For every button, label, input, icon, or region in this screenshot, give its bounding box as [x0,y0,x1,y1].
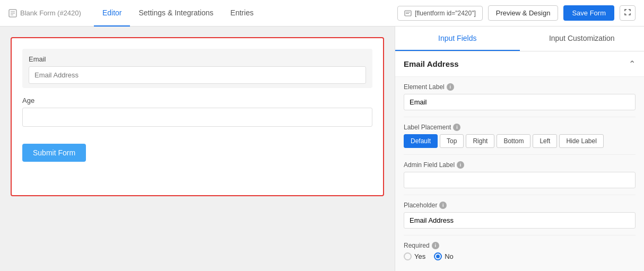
nav-left: Blank Form (#2420) Editor Settings & Int… [8,0,262,27]
submit-button[interactable]: Submit Form [22,144,86,162]
nav-right: [fluentform id="2420"] Preview & Design … [397,5,636,21]
tab-input-fields[interactable]: Input Fields [395,27,520,51]
admin-field-label-label: Admin Field Label i [404,161,636,169]
element-label-info[interactable]: i [447,83,454,91]
save-button[interactable]: Save Form [563,5,614,21]
label-placement-group: Label Placement i Default Top Right Bott… [395,117,644,154]
placeholder-group: Placeholder i [395,195,644,235]
placement-default[interactable]: Default [404,134,438,148]
email-field-wrapper[interactable]: Email [22,49,372,88]
required-yes-radio[interactable] [404,252,412,260]
tab-entries[interactable]: Entries [222,0,262,27]
placement-top[interactable]: Top [440,134,464,148]
placement-hide[interactable]: Hide Label [559,134,603,148]
placeholder-input[interactable] [404,212,636,229]
tab-settings[interactable]: Settings & Integrations [130,0,222,27]
email-address-header: Email Address ⌃ [395,51,644,77]
brand-text: Blank Form (#2420) [20,9,81,17]
required-options: Yes No [404,252,636,260]
required-label: Required i [404,242,636,249]
collapse-toggle[interactable]: ⌃ [629,59,636,69]
placement-bottom[interactable]: Bottom [497,134,530,148]
fullscreen-icon [624,9,631,15]
required-yes[interactable]: Yes [404,252,425,260]
element-label-label: Element Label i [404,83,636,91]
admin-field-input[interactable] [404,172,636,188]
required-info[interactable]: i [432,242,439,249]
shortcode-icon [404,10,412,17]
panel-content: Email Address ⌃ Element Label i Label Pl… [395,51,644,271]
placement-right[interactable]: Right [466,134,494,148]
required-no[interactable]: No [434,252,454,260]
age-label: Age [22,97,372,104]
required-group: Required i Yes No [395,235,644,267]
editor-area: Email Age Submit Form [0,27,395,271]
form-canvas: Email Age Submit Form [11,37,384,196]
brand-icon [8,9,17,18]
placeholder-info[interactable]: i [439,202,447,209]
placement-left[interactable]: Left [533,134,557,148]
brand: Blank Form (#2420) [8,9,81,18]
admin-field-info[interactable]: i [457,161,464,169]
placement-options: Default Top Right Bottom Left Hide Label [404,134,636,148]
nav-tabs: Editor Settings & Integrations Entries [94,0,262,27]
shortcode-text: [fluentform id="2420"] [415,10,476,17]
fullscreen-button[interactable] [620,5,636,21]
label-placement-info[interactable]: i [453,124,460,131]
admin-field-label-group: Admin Field Label i [395,155,644,195]
label-placement-label: Label Placement i [404,124,636,131]
email-input[interactable] [29,66,366,84]
preview-button[interactable]: Preview & Design [488,5,559,21]
required-no-radio[interactable] [434,252,442,260]
element-label-group: Element Label i [395,77,644,117]
top-nav: Blank Form (#2420) Editor Settings & Int… [0,0,644,27]
age-input[interactable] [22,108,372,127]
email-label: Email [29,55,366,63]
main-layout: Email Age Submit Form Input Fields Input… [0,27,644,271]
age-field-wrapper[interactable]: Age [22,97,372,127]
placeholder-label: Placeholder i [404,202,636,209]
element-label-input[interactable] [404,94,636,110]
tab-editor[interactable]: Editor [94,0,130,27]
section-title: Email Address [404,59,459,68]
right-panel: Input Fields Input Customization Email A… [395,27,644,271]
tab-input-customization[interactable]: Input Customization [520,27,645,51]
panel-tabs: Input Fields Input Customization [395,27,644,51]
shortcode-button[interactable]: [fluentform id="2420"] [397,6,483,21]
